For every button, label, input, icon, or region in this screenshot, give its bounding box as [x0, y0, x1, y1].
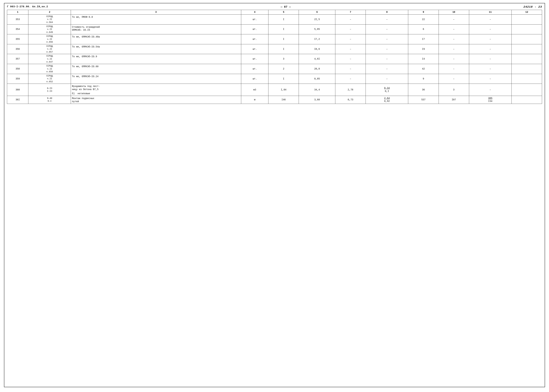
row-val9: 22 — [408, 14, 439, 24]
row-desc: Стоимость огражденийОПМХЭб– IO.I5 — [71, 24, 241, 34]
row-val12 — [512, 74, 542, 84]
row-val9: 6 — [408, 24, 439, 34]
table-row: 355 ССРЦЦ ч.II п.656 То же, ОПМХЭб–IO.48… — [7, 34, 542, 44]
col-header-10: 10 — [439, 10, 469, 14]
row-val10: – — [439, 34, 469, 44]
row-val9: I9 — [408, 44, 439, 54]
row-val8: – — [366, 74, 408, 84]
row-val10: – — [439, 74, 469, 84]
val8-top: 0,34 — [384, 87, 390, 90]
row-id: 355 — [7, 34, 29, 44]
row-val7: – — [335, 74, 366, 84]
row-unit: шт. — [241, 54, 268, 64]
table-row: 356 ССРЦЦ ч.II п.657 То же, ОПМХЭб–IO.54… — [7, 44, 542, 54]
row-qty: I46 — [268, 96, 299, 104]
row-val12 — [512, 96, 542, 104]
row-val11: – — [469, 74, 512, 84]
col-header-11: 11 — [469, 10, 512, 14]
row-val12 — [512, 64, 542, 74]
row-val12 — [512, 24, 542, 34]
row-desc: То же, ОПМХЭб–IO.60 — [71, 64, 241, 74]
row-val11: – — [469, 24, 512, 34]
row-source: ССРЦЦ ч.II п.658 — [29, 64, 71, 74]
row-val7: – — [335, 54, 366, 64]
row-desc: Фундаменты под лест-ницу из бетона В7,5 … — [71, 84, 241, 96]
row-val8: 0,34 0,I — [366, 84, 408, 96]
row-val6: 34,4 — [299, 84, 335, 96]
row-val9: I7 — [408, 34, 439, 44]
row-val7: – — [335, 44, 366, 54]
row-val9: 36 — [408, 84, 439, 96]
val11-bot: I34 — [488, 100, 492, 103]
row-desc: То же, ОПМХЭб–IO.48а — [71, 34, 241, 44]
row-val7: – — [335, 14, 366, 24]
row-id: 354 — [7, 24, 29, 34]
table-row: 359 ССРЦЦ ч.II п.652 То же, ОПМХЭб–IO.24… — [7, 74, 542, 84]
row-val11: – — [469, 14, 512, 24]
row-val11: 385 I34 — [469, 96, 512, 104]
val8-bot: 0,92 — [384, 100, 390, 103]
val8-top: 2,64 — [384, 97, 390, 100]
row-desc: То же, ОПМХЭб–IO.9 — [71, 54, 241, 64]
row-qty: I — [268, 14, 299, 24]
row-qty: I,04 — [268, 84, 299, 96]
row-val10: – — [439, 24, 469, 34]
row-val11: – — [469, 84, 512, 96]
doc-number: 24218 - 23 — [523, 5, 542, 8]
row-id: 356 — [7, 44, 29, 54]
table-row: 353 ССРЦЦ ч.II п.564 То же, ПМХФ-9.8 шт.… — [7, 14, 542, 24]
row-val10: – — [439, 44, 469, 54]
row-val8: – — [366, 44, 408, 54]
row-desc: То же, ОПМХЭб–IO.24 — [71, 74, 241, 84]
table-row: 360 6–I3 I–I3 Фундаменты под лест-ницу и… — [7, 84, 542, 96]
row-val9: 9 — [408, 74, 439, 84]
row-val10: – — [439, 14, 469, 24]
row-val8: – — [366, 64, 408, 74]
row-val6: 2I,5 — [299, 14, 335, 24]
page-wrapper: Г 903-I-278.90. Ал.I8,кн.2 — 87 — 24218 … — [4, 3, 545, 387]
row-val6: 20,8 — [299, 64, 335, 74]
col-header-5: 5 — [268, 10, 299, 14]
row-qty: 3 — [268, 54, 299, 64]
row-unit: шт. — [241, 24, 268, 34]
row-unit: шт. — [241, 34, 268, 44]
row-source: ССРЦЦ ч.II п.564 — [29, 14, 71, 24]
row-qty: I — [268, 24, 299, 34]
row-qty: I — [268, 74, 299, 84]
row-source: 9–40 6–I — [29, 96, 71, 104]
row-val12 — [512, 84, 542, 96]
row-val12 — [512, 44, 542, 54]
row-id: 358 — [7, 64, 29, 74]
row-val7: – — [335, 24, 366, 34]
header-row: Г 903-I-278.90. Ал.I8,кн.2 — 87 — 24218 … — [7, 5, 542, 8]
row-val6: 4,6I — [299, 54, 335, 64]
row-val10: I07 — [439, 96, 469, 104]
row-id: 360 — [7, 84, 29, 96]
row-unit: шт. — [241, 44, 268, 54]
col-header-3: 3 — [71, 10, 241, 14]
row-desc: То же, ПМХФ-9.8 — [71, 14, 241, 24]
row-val8: – — [366, 54, 408, 64]
row-val6: 5,85 — [299, 24, 335, 34]
row-qty: 2 — [268, 64, 299, 74]
val8-bot: 0,I — [385, 90, 389, 93]
doc-ref: Г 903-I-278.90. Ал.I8,кн.2 — [7, 5, 48, 8]
row-val8: – — [366, 14, 408, 24]
row-val9: 537 — [408, 96, 439, 104]
col-header-6: 6 — [299, 10, 335, 14]
row-val6: 8,85 — [299, 74, 335, 84]
row-val9: I4 — [408, 54, 439, 64]
table-row: 357 ССРЦЦ ч.II п.647 То же, ОПМХЭб–IO.9 … — [7, 54, 542, 64]
table-row: 354 ССРЦЦ ч.II п.649 Стоимость ограждени… — [7, 24, 542, 34]
row-source: ССРЦЦ ч.II п.656 — [29, 34, 71, 44]
row-unit: шт. — [241, 64, 268, 74]
row-id: 36I — [7, 96, 29, 104]
val11-top: 385 — [488, 97, 492, 100]
row-val12 — [512, 34, 542, 44]
row-val8: 2,64 0,92 — [366, 96, 408, 104]
row-val10: 3 — [439, 84, 469, 96]
row-id: 359 — [7, 74, 29, 84]
col-header-12: 12 — [512, 10, 542, 14]
col-header-1: 1 — [7, 10, 29, 14]
col-header-2: 2 — [29, 10, 71, 14]
